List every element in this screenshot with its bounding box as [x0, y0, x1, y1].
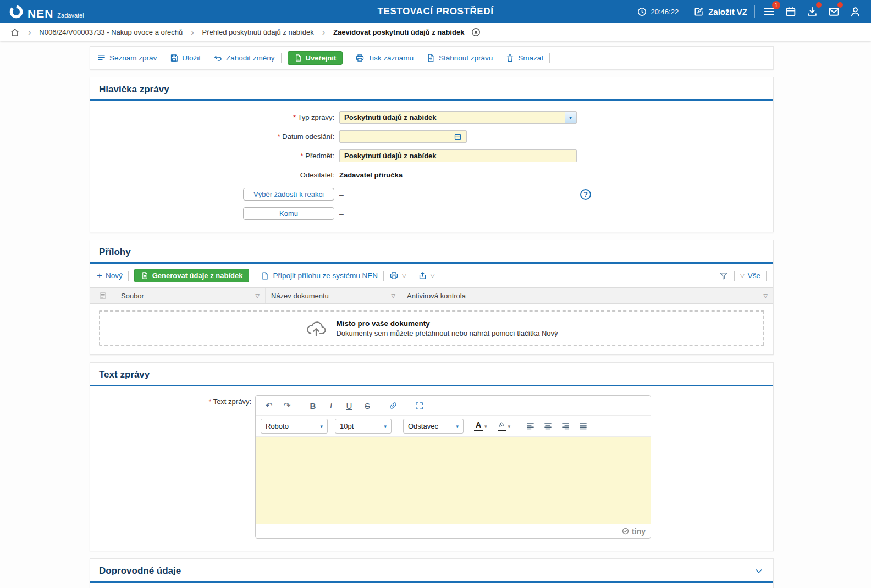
- generate-data-button[interactable]: Generovat údaje z nabídek: [134, 269, 250, 282]
- column-header-antivir[interactable]: Antivirová kontrola ▽: [401, 288, 773, 303]
- print-attachments-button[interactable]: ▽: [389, 271, 406, 280]
- datepicker-button[interactable]: [454, 132, 462, 141]
- export-attachments-button[interactable]: ▽: [418, 271, 435, 280]
- select-dropdown-button[interactable]: ▾: [565, 112, 576, 123]
- show-all-button[interactable]: ▽ Vše: [740, 271, 760, 280]
- strikethrough-button[interactable]: S: [359, 398, 376, 413]
- odesilatel-value: Zadavatel příručka: [339, 171, 403, 179]
- downloads-button[interactable]: [805, 4, 819, 19]
- home-button[interactable]: [10, 27, 20, 37]
- column-settings-button[interactable]: [90, 288, 115, 303]
- filter-triangle-icon[interactable]: ▽: [763, 293, 768, 299]
- separator: [255, 271, 255, 281]
- user-icon: [849, 5, 862, 18]
- bold-button[interactable]: B: [305, 398, 321, 413]
- separator: [349, 53, 349, 63]
- filter-triangle-icon[interactable]: ▽: [255, 293, 260, 299]
- undo-icon: [213, 53, 223, 63]
- block-format-value: Odstavec: [408, 422, 438, 430]
- discard-changes-label: Zahodit změny: [226, 54, 275, 62]
- font-family-dropdown[interactable]: Roboto ▾: [261, 419, 328, 434]
- align-right-button[interactable]: [557, 419, 574, 434]
- section-message-text: Text zprávy * Text zprávy: ↶ ↷ B I U S R…: [90, 362, 774, 551]
- predmet-label: * Předmět:: [99, 152, 339, 160]
- download-message-button[interactable]: Stáhnout zprávu: [426, 53, 493, 63]
- messages-button[interactable]: [826, 4, 841, 19]
- card-icon: [98, 291, 107, 300]
- text-color-button[interactable]: A ▾: [474, 421, 487, 431]
- tiny-logo-icon: [621, 527, 630, 535]
- close-record-button[interactable]: [471, 27, 481, 37]
- collapse-toggle-button[interactable]: [753, 567, 764, 575]
- align-center-button[interactable]: [539, 419, 556, 434]
- publish-button[interactable]: Uveřejnit: [288, 51, 343, 65]
- align-left-button[interactable]: [522, 419, 538, 434]
- section-header: Doprovodné údaje: [90, 559, 773, 583]
- new-attachment-button[interactable]: + Nový: [97, 271, 123, 280]
- column-header-nazev[interactable]: Název dokumentu ▽: [265, 288, 401, 303]
- datum-odeslani-input[interactable]: [339, 130, 467, 143]
- compose-icon: [693, 6, 704, 17]
- publish-doc-icon: [294, 54, 302, 62]
- file-dropzone[interactable]: Místo pro vaše dokumenty Dokumenty sem m…: [99, 310, 764, 346]
- italic-button[interactable]: I: [323, 398, 339, 413]
- font-size-value: 10pt: [340, 422, 354, 430]
- align-right-icon: [561, 421, 570, 431]
- help-icon[interactable]: ?: [580, 189, 591, 200]
- filter-funnel-button[interactable]: [719, 271, 729, 281]
- underline-button[interactable]: U: [341, 398, 357, 413]
- save-button[interactable]: Uložit: [169, 53, 201, 63]
- print-record-button[interactable]: Tisk záznamu: [355, 53, 414, 63]
- delete-button[interactable]: Smazat: [505, 53, 543, 63]
- typ-zpravy-value: Poskytnutí údajů z nabídek: [344, 113, 437, 121]
- block-format-dropdown[interactable]: Odstavec ▾: [403, 419, 464, 434]
- message-list-button[interactable]: Seznam zpráv: [97, 53, 157, 63]
- section-header: Hlavička zprávy: [90, 77, 773, 101]
- breadcrumb-item-contract[interactable]: N006/24/V00003733 - Nákup ovoce a ořechů: [39, 28, 183, 36]
- separator: [128, 271, 129, 281]
- editor-toolbar-row1: ↶ ↷ B I U S: [256, 396, 651, 416]
- vyber-zadosti-button[interactable]: Výběr žádostí k reakci: [243, 188, 334, 201]
- alignment-group: [522, 419, 591, 434]
- download-doc-icon: [426, 53, 436, 63]
- filter-triangle-icon[interactable]: ▽: [391, 293, 395, 299]
- nen-logo[interactable]: NEN Zadavatel: [9, 4, 84, 19]
- separator: [163, 53, 163, 63]
- brand-role: Zadavatel: [57, 13, 84, 19]
- undo-button[interactable]: ↶: [261, 398, 277, 413]
- top-header: NEN Zadavatel TESTOVACÍ PROSTŘEDÍ 20:46:…: [0, 0, 871, 23]
- menu-button[interactable]: 1: [762, 4, 776, 19]
- profile-button[interactable]: [848, 4, 862, 19]
- dropdown-triangle-icon[interactable]: ▽: [431, 273, 435, 279]
- insert-link-button[interactable]: [385, 398, 401, 413]
- column-header-soubor[interactable]: Soubor ▽: [115, 288, 265, 303]
- font-size-dropdown[interactable]: 10pt ▾: [335, 419, 392, 434]
- form-row-typ-zpravy: * Typ zprávy: Poskytnutí údajů z nabídek…: [99, 111, 764, 124]
- tiny-brand-link[interactable]: tiny: [621, 527, 646, 536]
- redo-button[interactable]: ↷: [279, 398, 295, 413]
- editor-body[interactable]: [256, 437, 651, 524]
- message-list-label: Seznam zpráv: [109, 54, 157, 62]
- komu-button[interactable]: Komu: [243, 207, 334, 220]
- print-record-label: Tisk záznamu: [368, 54, 414, 62]
- section-attachments: Přílohy + Nový Generovat údaje z nabídek…: [90, 240, 774, 355]
- align-justify-button[interactable]: [575, 419, 591, 434]
- attach-from-nen-button[interactable]: Připojit přílohu ze systému NEN: [261, 271, 378, 280]
- predmet-input[interactable]: Poskytnutí údajů z nabídek: [339, 149, 577, 162]
- create-vz-button[interactable]: Založit VZ: [693, 6, 747, 17]
- separator: [207, 53, 207, 63]
- breadcrumb-item-overview[interactable]: Přehled poskytnutí údajů z nabídek: [202, 28, 314, 36]
- section-additional-data: Doprovodné údaje: [90, 558, 774, 588]
- highlight-color-button[interactable]: ▾: [498, 421, 511, 431]
- section-title: Text zprávy: [99, 369, 150, 380]
- discard-changes-button[interactable]: Zahodit změny: [213, 53, 275, 63]
- forecolor-icon: A: [476, 421, 481, 429]
- dropdown-triangle-icon[interactable]: ▽: [402, 273, 406, 279]
- calendar-button[interactable]: [784, 4, 798, 19]
- section-title: Přílohy: [99, 247, 131, 258]
- separator: [440, 271, 440, 281]
- required-mark: *: [301, 152, 304, 160]
- typ-zpravy-select[interactable]: Poskytnutí údajů z nabídek ▾: [339, 111, 577, 124]
- download-message-label: Stáhnout zprávu: [439, 54, 493, 62]
- fullscreen-button[interactable]: [411, 398, 427, 413]
